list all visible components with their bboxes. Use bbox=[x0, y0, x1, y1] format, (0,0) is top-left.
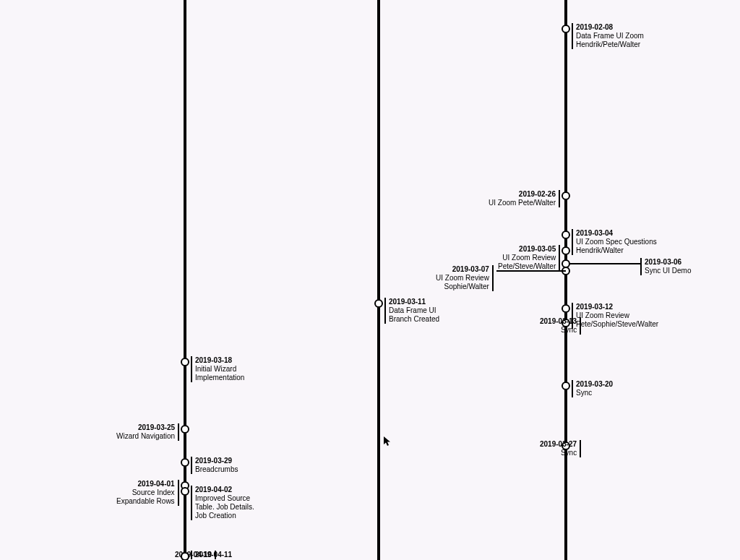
event-desc: Hendrik/Walter bbox=[576, 246, 657, 255]
event-date: 2019-03-18 bbox=[195, 356, 244, 365]
event-date: 2019-03-27 bbox=[540, 440, 577, 449]
event-desc: Wizard Navigation bbox=[116, 432, 175, 441]
connector bbox=[569, 263, 640, 264]
event-desc: Sync bbox=[576, 389, 613, 397]
timeline-track-1 bbox=[377, 0, 380, 560]
event-desc: Breadcrumbs bbox=[195, 465, 238, 474]
event-desc: Sync bbox=[540, 326, 577, 335]
timeline-track-2 bbox=[564, 0, 567, 560]
timeline-marker bbox=[562, 191, 570, 200]
event-date: 2019-04-01 bbox=[116, 480, 175, 488]
event-desc: Branch Created bbox=[389, 315, 439, 324]
timeline-event: 2019-03-06Sync UI Demo bbox=[640, 258, 691, 275]
timeline-event: 2019-03-07UI Zoom ReviewSophie/Walter bbox=[436, 265, 494, 291]
cursor-icon bbox=[384, 436, 391, 447]
timeline-marker bbox=[181, 425, 189, 434]
event-desc: Implementation bbox=[195, 374, 244, 382]
timeline-event: 2019-03-27Sync bbox=[540, 440, 581, 457]
event-desc: Improved Source bbox=[195, 494, 254, 503]
event-date: 2019-03-05 bbox=[498, 245, 556, 254]
event-date: 2019-03-29 bbox=[195, 457, 238, 465]
timeline-event: 2019-03-12UI Zoom ReviewPete/Sophie/Stev… bbox=[572, 303, 658, 329]
timeline-event: 2019-02-08Data Frame UI ZoomHendrik/Pete… bbox=[572, 23, 644, 49]
timeline-event: 2019-04-01Source IndexExpandable Rows bbox=[116, 480, 179, 506]
event-date: 2019-02-08 bbox=[576, 23, 644, 32]
timeline-event: 2019-04-11 bbox=[191, 551, 232, 559]
timeline-event: 2019-03-04UI Zoom Spec QuestionsHendrik/… bbox=[572, 229, 657, 255]
timeline-marker bbox=[181, 458, 189, 467]
timeline-event: 2019-04-02Improved SourceTable. Job Deta… bbox=[191, 486, 254, 520]
timeline-event: 2019-03-20Sync bbox=[572, 380, 613, 397]
timeline-event: 2019-03-13Sync bbox=[540, 317, 581, 335]
event-date: 2019-03-12 bbox=[576, 303, 658, 311]
event-desc: Hendrik/Pete/Walter bbox=[576, 40, 644, 49]
event-desc: Sync bbox=[540, 449, 577, 457]
timeline-marker bbox=[181, 487, 189, 496]
timeline-event: 2019-03-05UI Zoom ReviewPete/Steve/Walte… bbox=[498, 245, 560, 271]
timeline-event: 2019-03-11Data Frame UIBranch Created bbox=[384, 298, 439, 324]
timeline-marker bbox=[562, 25, 570, 33]
timeline-marker bbox=[181, 358, 189, 366]
timeline-marker bbox=[562, 231, 570, 239]
event-desc: Pete/Sophie/Steve/Walter bbox=[576, 320, 658, 329]
timeline-track-0 bbox=[184, 0, 186, 560]
event-desc: Expandable Rows bbox=[116, 497, 175, 506]
event-desc: Sophie/Walter bbox=[436, 283, 489, 291]
timeline-marker bbox=[562, 246, 570, 255]
event-date: 2019-04-11 bbox=[195, 551, 232, 559]
event-desc: Source Index bbox=[116, 488, 175, 497]
timeline-event: 2019-03-29Breadcrumbs bbox=[191, 457, 238, 474]
event-desc: UI Zoom Pete/Walter bbox=[489, 199, 556, 207]
event-date: 2019-04-02 bbox=[195, 486, 254, 494]
timeline-marker bbox=[181, 552, 189, 560]
timeline-marker bbox=[562, 382, 570, 390]
timeline-event: 2019-03-25Wizard Navigation bbox=[116, 423, 179, 441]
event-desc: UI Zoom Review bbox=[576, 311, 658, 320]
event-desc: Table. Job Details. bbox=[195, 503, 254, 512]
connector bbox=[496, 270, 566, 272]
event-date: 2019-03-04 bbox=[576, 229, 657, 238]
event-desc: UI Zoom Review bbox=[436, 274, 489, 283]
event-date: 2019-03-25 bbox=[116, 423, 175, 432]
event-desc: Job Creation bbox=[195, 512, 254, 520]
event-date: 2019-03-20 bbox=[576, 380, 613, 389]
timeline-event: 2019-02-26UI Zoom Pete/Walter bbox=[489, 190, 560, 207]
event-date: 2019-03-06 bbox=[645, 258, 691, 267]
event-date: 2019-03-07 bbox=[436, 265, 489, 274]
timeline-marker bbox=[374, 299, 383, 308]
event-desc: Data Frame UI bbox=[389, 306, 439, 315]
event-desc: UI Zoom Review bbox=[498, 254, 556, 262]
timeline-event: 2019-03-18Initial WizardImplementation bbox=[191, 356, 244, 382]
event-desc: Sync UI Demo bbox=[645, 267, 691, 275]
event-date: 2019-03-11 bbox=[389, 298, 439, 306]
timeline-marker bbox=[562, 304, 570, 313]
event-desc: Initial Wizard bbox=[195, 365, 244, 374]
event-desc: Data Frame UI Zoom bbox=[576, 32, 644, 40]
event-date: 2019-02-26 bbox=[489, 190, 556, 199]
event-desc: UI Zoom Spec Questions bbox=[576, 238, 657, 246]
event-date: 2019-03-13 bbox=[540, 317, 577, 326]
